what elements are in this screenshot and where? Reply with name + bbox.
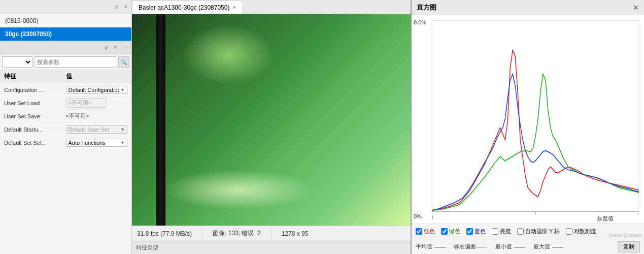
prop-value-config[interactable]: Default Configuratic↓ ▼ [66,86,128,94]
histogram-panel: 直方图 ✕ 8.0% 0% 灰度值 [411,0,644,254]
bright-label: 亮度 [500,228,511,235]
bright-checkbox[interactable] [492,228,498,235]
fps-display: 31.8 fps (77.9 MB/s) [137,230,192,237]
bottom-light [162,170,315,210]
main-container: ∨ × (0815-0000) 30gc (23087050) ∨ × — 🔍 [0,0,644,254]
cb-green-group: 绿色 [441,228,460,235]
close-btn[interactable]: × [122,4,129,10]
red-checkbox[interactable] [416,228,422,235]
search-dropdown[interactable] [2,56,32,68]
userload-disabled: <不可用> [66,98,107,108]
camera-view [132,14,411,226]
select-arrow-2: ▼ [120,127,125,132]
max-value: —— [552,244,563,250]
inner-dash-btn[interactable]: — [120,44,129,51]
footer-stddev: 标准偏差—— [454,243,487,250]
min-label: 最小值 [495,243,512,250]
camera-tab[interactable]: Basler acA1300-30gc (23087050) ✕ [132,1,243,14]
search-button[interactable]: 🔍 [118,56,129,68]
histogram-title-bar: 直方图 ✕ [412,0,644,15]
device-item-1[interactable]: (0815-0000) [0,14,131,27]
cb-log-group: 对数刻度 [566,228,596,235]
histogram-title: 直方图 [417,3,633,12]
green-label: 绿色 [449,228,460,235]
min-value: —— [514,244,525,250]
prop-label-config: Configuration ... [4,87,66,93]
histogram-footer: 平均值 —— 标准偏差—— 最小值 —— 最大值 —— 复制 [412,239,644,254]
red-label: 红色 [424,228,435,235]
green-checkbox[interactable] [441,228,448,235]
inner-panel: ∨ × — 🔍 特征 值 Configuration [0,41,131,254]
select-arrow-3: ▼ [120,140,125,145]
prop-label-defaultsel: Default Set Sel... [4,140,66,146]
cb-bright-group: 亮度 [492,228,511,235]
x-axis-label: 灰度值 [597,215,614,223]
search-input[interactable] [35,56,116,68]
prop-label-userload: User Set Load [4,100,66,106]
select-arrow: ▼ [120,87,125,92]
mean-label: 平均值 [416,243,432,250]
log-label: 对数刻度 [574,228,596,235]
device-item-2[interactable]: 30gc (23087050) [0,27,131,41]
prop-label-usersave: User Set Save [4,113,66,119]
bottom-label: 特征类型 [132,241,411,254]
y-axis-zero-label: 0% [414,213,422,219]
autoadapt-label: 自动适应 Y 轴 [525,228,560,235]
prop-header: 特征 值 [0,70,131,83]
prop-row-config: Configuration ... Default Configuratic↓ … [0,83,131,97]
blue-label: 蓝色 [474,228,486,235]
search-row: 🔍 [0,54,131,70]
autoadapt-checkbox[interactable] [517,228,524,235]
cb-red-group: 红色 [416,228,435,235]
histogram-svg: 0 [432,20,639,224]
mean-value: —— [434,244,446,250]
inner-close-btn[interactable]: × [112,44,119,51]
left-panel: ∨ × (0815-0000) 30gc (23087050) ∨ × — 🔍 [0,0,132,254]
prop-header-value: 值 [66,72,128,81]
light-blob [183,24,274,85]
prop-table: 特征 值 Configuration ... Default Configura… [0,70,131,254]
footer-min: 最小值 —— [495,243,525,250]
prop-row-usersave: User Set Save <不可用> [0,110,131,123]
prop-header-feature: 特征 [4,72,66,81]
prop-row-userload: User Set Load <不可用> [0,97,131,110]
image-info: 图像: 133; 错误: 2 [213,229,261,238]
cb-autoadapt-group: 自动适应 Y 轴 [517,228,560,235]
defaultsel-select[interactable]: Auto Functions ▼ [66,139,128,147]
log-checkbox[interactable] [566,228,572,235]
copy-button[interactable]: 复制 [618,241,640,252]
defaultstart-select[interactable]: Default User Set ▼ [66,125,128,134]
histogram-close[interactable]: ✕ [633,4,639,12]
max-label: 最大值 [533,243,550,250]
center-panel: Basler acA1300-30gc (23087050) ✕ 31.8 fp… [132,0,411,254]
prop-label-defaultstart: Default Startu... [4,126,66,133]
tab-bar: Basler acA1300-30gc (23087050) ✕ [132,0,411,14]
tab-close[interactable]: ✕ [232,5,236,10]
prop-value-userload: <不可用> [66,98,128,108]
prop-value-defaultsel[interactable]: Auto Functions ▼ [66,139,128,147]
footer-max: 最大值 —— [533,243,563,250]
minimize-btn[interactable]: ∨ [113,4,120,10]
config-select[interactable]: Default Configuratic↓ ▼ [66,86,128,94]
prop-value-usersave: <不可用> [66,112,128,120]
stddev-label: 标准偏差—— [454,243,487,250]
inner-min-btn[interactable]: ∨ [103,44,110,51]
cb-blue-group: 蓝色 [466,228,486,235]
prop-value-defaultstart[interactable]: Default User Set ▼ [66,125,128,134]
status-sep-2 [271,229,272,238]
resolution-info: 1278 x 95 [282,230,309,237]
histogram-chart-area: 8.0% 0% 灰度值 0 [412,15,644,224]
status-bar: 31.8 fps (77.9 MB/s) 图像: 133; 错误: 2 1278… [132,226,411,241]
usersave-text: <不可用> [66,113,89,119]
status-sep-1 [202,229,202,238]
blue-checkbox[interactable] [466,228,473,235]
svg-text:0: 0 [432,214,433,220]
csdn-watermark: CSDN @lzdawn [609,233,642,238]
prop-row-defaultsel: Default Set Sel... Auto Functions ▼ [0,136,131,149]
inner-top-bar: ∨ × — [0,41,131,54]
footer-mean: 平均值 —— [416,243,446,250]
left-top-bar: ∨ × [0,0,131,14]
tab-label: Basler acA1300-30gc (23087050) [139,4,229,11]
prop-row-defaultstart: Default Startu... Default User Set ▼ [0,123,131,136]
y-axis-max-label: 8.0% [414,19,426,25]
